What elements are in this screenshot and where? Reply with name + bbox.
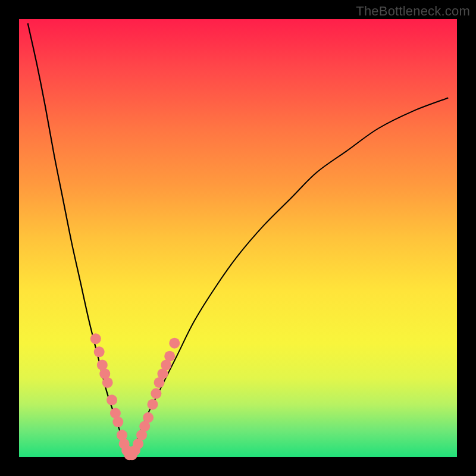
data-marker: [169, 338, 180, 349]
chart-frame: TheBottleneck.com: [0, 0, 476, 476]
watermark-text: TheBottleneck.com: [356, 4, 470, 19]
data-marker: [143, 412, 154, 423]
data-marker: [94, 346, 105, 357]
data-marker: [90, 333, 101, 344]
data-marker: [107, 394, 117, 405]
data-marker: [102, 377, 113, 388]
chart-svg: [19, 19, 457, 457]
data-marker: [151, 388, 161, 399]
marker-group: [90, 333, 180, 460]
data-marker: [112, 416, 123, 427]
curve-left-branch: [28, 23, 129, 457]
plot-area: [19, 19, 457, 457]
data-marker: [164, 351, 175, 362]
curve-right-branch: [129, 98, 448, 457]
data-marker: [147, 399, 158, 410]
